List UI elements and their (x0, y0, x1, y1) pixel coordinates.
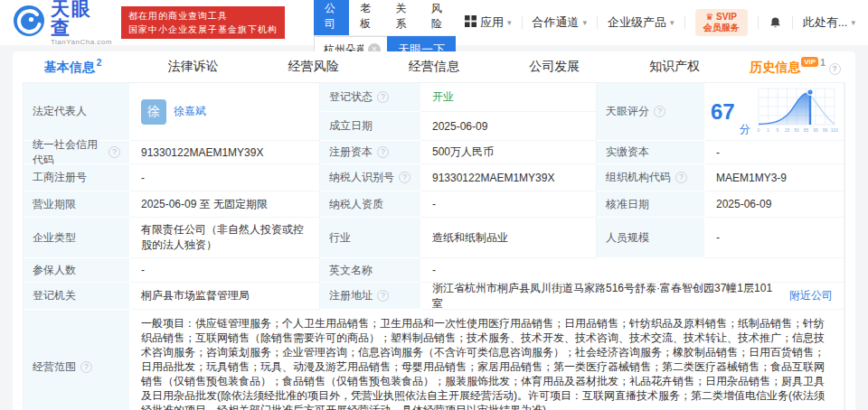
tab-company-development[interactable]: 公司发展 (495, 59, 615, 75)
svg-text:100: 100 (831, 127, 838, 133)
insured-value: - (130, 258, 320, 283)
nav-channel-label: 合作通道 (533, 14, 580, 31)
svg-text:15: 15 (784, 127, 789, 133)
help-icon[interactable]: ? (377, 91, 389, 103)
field-value: 2025-06-09 (432, 120, 487, 133)
help-icon[interactable]: ? (675, 172, 687, 183)
vip-badge: VIP (801, 57, 818, 67)
field-value: 2025-06-09 至 无固定期限 (141, 197, 268, 212)
reg-number-value: - (130, 164, 320, 191)
legal-rep-value: 徐 徐嘉斌 (130, 83, 320, 141)
field-value: 浙江省杭州市桐庐县凤川街道马家路516号舒泰·富春智创园37幢1层101室 (432, 281, 782, 312)
nav-channel[interactable]: 合作通道 ▾ (533, 14, 588, 31)
business-term-label: 营业期限 (24, 191, 130, 218)
english-name-value: - (421, 258, 844, 283)
field-label: 统一社会信用代码 (33, 137, 104, 168)
help-icon[interactable]: ? (80, 361, 92, 373)
tab-legal-litigation[interactable]: 法律诉讼 (133, 59, 253, 75)
org-code-label: 组织机构代码? (597, 164, 705, 191)
svg-text:0: 0 (757, 127, 760, 133)
tab-business-info[interactable]: 经营信息 (373, 59, 494, 75)
field-value: - (141, 172, 145, 184)
avatar: 徐 (141, 99, 166, 125)
field-value: - (432, 198, 436, 210)
industry-value: 造纸和纸制品业 (421, 218, 597, 258)
reg-capital-label: 注册资本? (320, 141, 421, 164)
tab-label: 经营信息 (409, 59, 459, 73)
svg-text:85: 85 (803, 127, 808, 133)
field-label: 纳税人识别号 (329, 170, 394, 185)
chevron-down-icon: ▾ (670, 18, 675, 27)
help-icon[interactable]: ? (399, 172, 410, 183)
company-type-value: 有限责任公司（非自然人投资或控股的法人独资） (130, 218, 320, 258)
help-icon[interactable]: ? (108, 146, 120, 158)
nav-more[interactable]: 此处有... ▾ (803, 14, 855, 31)
paid-capital-label: 实缴资本 (597, 141, 705, 164)
field-label: 纳税人资质 (329, 197, 383, 212)
reg-status-value: 开业 (421, 83, 597, 112)
field-value: 造纸和纸制品业 (432, 230, 508, 246)
apps-grid-icon (465, 15, 476, 30)
field-label: 注册资本 (329, 144, 373, 160)
nav-apps[interactable]: 应用 ▾ (465, 14, 512, 31)
field-label: 法定代表人 (33, 104, 87, 119)
search-tab-risk[interactable]: 查风险 (420, 0, 456, 35)
business-scope-label: 经营范围? (24, 310, 130, 410)
tab-label: 公司发展 (529, 59, 580, 73)
basic-info-table: 法定代表人 徐 徐嘉斌 登记状态 ? 开业 天眼评分 ? 67 分 (23, 82, 845, 410)
field-label: 登记状态 (329, 89, 373, 105)
tab-count-badge: 1 (820, 58, 826, 68)
insured-label: 参保人数 (24, 258, 130, 283)
field-value: MAEM1MY3-9 (716, 172, 787, 184)
field-label: 组织机构代码 (606, 170, 671, 185)
tab-label: 历史信息 (750, 60, 800, 74)
chevron-down-icon: ▾ (507, 18, 512, 27)
search-tab-boss[interactable]: 查老板 (349, 0, 384, 35)
approval-date-value: 2025-06-09 (705, 191, 844, 218)
taxpayer-quality-label: 纳税人资质 (320, 191, 421, 218)
tab-label: 经营风险 (288, 59, 339, 73)
nav-enterprise[interactable]: 企业级产品 ▾ (608, 14, 675, 31)
tianyancha-logo-icon (13, 5, 45, 41)
help-icon[interactable]: ? (829, 63, 841, 75)
svip-line1: SVIP (716, 12, 737, 22)
reg-number-label: 工商注册号 (24, 164, 130, 191)
tab-label: 法律诉讼 (168, 59, 219, 73)
search-tab-relation[interactable]: 查关系 (384, 0, 420, 35)
approval-date-label: 核准日期 (597, 191, 705, 218)
field-label: 实缴资本 (606, 144, 649, 160)
reg-address-label: 注册地址? (320, 283, 421, 310)
field-value: - (716, 231, 720, 244)
nearby-companies-link[interactable]: 附近公司 (789, 288, 833, 303)
field-label: 英文名称 (329, 263, 373, 278)
field-value: 91330122MAEM1MY39X (432, 172, 554, 184)
tab-basic-info[interactable]: 基本信息2 (13, 58, 133, 76)
tab-label: 基本信息 (44, 60, 95, 74)
field-label: 行业 (329, 230, 351, 246)
promo-line1: 都在用的商业查询工具 (128, 9, 278, 23)
reg-authority-label: 登记机关 (24, 283, 130, 310)
field-label: 天眼评分 (606, 104, 649, 119)
divider (758, 16, 759, 29)
tab-history-info[interactable]: 历史信息VIP1 ? (735, 58, 855, 76)
field-label: 注册地址 (329, 288, 373, 303)
help-icon[interactable]: ? (377, 290, 389, 302)
notification-bell-icon[interactable] (769, 16, 782, 30)
reg-status-label: 登记状态 ? (320, 83, 421, 112)
reg-address-value: 浙江省杭州市桐庐县凤川街道马家路516号舒泰·富春智创园37幢1层101室 附近… (421, 283, 844, 310)
divider (597, 16, 598, 29)
search-tab-company[interactable]: 查公司 (314, 0, 349, 35)
help-icon[interactable]: ? (654, 106, 665, 117)
field-label: 企业类型 (33, 230, 76, 246)
legal-rep-link[interactable]: 徐嘉斌 (174, 104, 206, 119)
search-tabs: 查公司 查老板 查关系 查风险 (314, 0, 456, 36)
credit-code-value: 91330122MAEM1MY39X (130, 141, 320, 164)
business-term-value: 2025-06-09 至 无固定期限 (130, 191, 320, 218)
tab-operating-risk[interactable]: 经营风险 (253, 59, 373, 75)
tab-intellectual-property[interactable]: 知识产权 (615, 59, 735, 75)
field-label: 核准日期 (606, 197, 649, 212)
svip-member-badge[interactable]: ♛ SVIP 会员服务 (695, 9, 748, 36)
svg-text:99: 99 (822, 127, 827, 133)
tianyancha-logo[interactable]: 天眼查 TianYanCha.com (13, 0, 112, 46)
help-icon[interactable]: ? (377, 146, 389, 158)
